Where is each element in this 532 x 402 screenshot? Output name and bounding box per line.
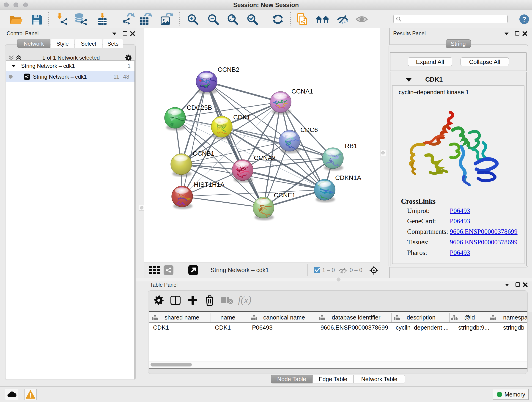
svg-text:CCNE1: CCNE1 xyxy=(274,191,296,199)
svg-text:RB1: RB1 xyxy=(345,142,357,149)
svg-text:CDKN1A: CDKN1A xyxy=(335,174,361,181)
svg-text:CCNB2: CCNB2 xyxy=(218,66,239,73)
svg-text:CCNA1: CCNA1 xyxy=(291,88,313,95)
svg-text:HIST1H1A: HIST1H1A xyxy=(194,181,225,188)
svg-text:CCNA2: CCNA2 xyxy=(254,154,276,161)
svg-text:CDC25B: CDC25B xyxy=(187,104,212,111)
svg-text:CDK1: CDK1 xyxy=(233,114,250,121)
svg-text:CDC6: CDC6 xyxy=(300,126,318,133)
svg-text:CCNB1: CCNB1 xyxy=(193,150,215,157)
